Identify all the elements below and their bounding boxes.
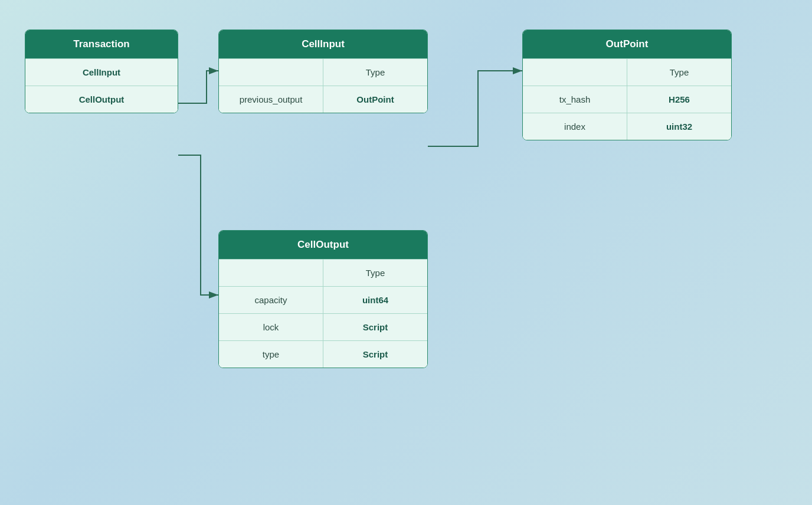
outpoint-rows: Type tx_hash H256 index uint32 (523, 58, 731, 140)
celloutput-row-type-field: type Script (219, 340, 427, 368)
cellinput-entity: CellInput Type previous_output OutPoint (218, 29, 428, 113)
celloutput-rows: Type capacity uint64 lock Script type Sc… (219, 259, 427, 368)
transaction-rows: CellInput CellOutput (25, 58, 178, 113)
outpoint-txhash-type: H256 (627, 86, 731, 113)
cellinput-prevout-type: OutPoint (323, 86, 427, 113)
celloutput-capacity-name: capacity (219, 287, 323, 313)
celloutput-type-value: Type (323, 260, 427, 286)
transaction-entity: Transaction CellInput CellOutput (25, 29, 178, 113)
cellinput-type-name (219, 59, 323, 86)
transaction-celloutput-label: CellOutput (25, 86, 178, 113)
celloutput-header: CellOutput (219, 231, 427, 259)
transaction-row-cellinput: CellInput (25, 58, 178, 86)
cellinput-row-type: Type (219, 58, 427, 86)
celloutput-type-name (219, 260, 323, 286)
cellinput-prevout-name: previous_output (219, 86, 323, 113)
outpoint-row-type: Type (523, 58, 731, 86)
outpoint-entity: OutPoint Type tx_hash H256 index uint32 (522, 29, 732, 140)
outpoint-row-txhash: tx_hash H256 (523, 86, 731, 113)
celloutput-lock-type: Script (323, 314, 427, 340)
diagram-container: Transaction CellInput CellOutput CellInp… (0, 0, 812, 505)
outpoint-title: OutPoint (606, 38, 649, 50)
outpoint-header: OutPoint (523, 30, 731, 58)
transaction-row-celloutput: CellOutput (25, 86, 178, 113)
celloutput-row-type: Type (219, 259, 427, 286)
outpoint-row-index: index uint32 (523, 113, 731, 140)
celloutput-capacity-type: uint64 (323, 287, 427, 313)
celloutput-typefield-type: Script (323, 341, 427, 368)
celloutput-title: CellOutput (297, 239, 349, 250)
celloutput-row-lock: lock Script (219, 313, 427, 340)
outpoint-type-name (523, 59, 627, 86)
cellinput-type-value: Type (323, 59, 427, 86)
celloutput-lock-name: lock (219, 314, 323, 340)
celloutput-row-capacity: capacity uint64 (219, 286, 427, 313)
outpoint-index-type: uint32 (627, 113, 731, 140)
transaction-cellinput-label: CellInput (25, 59, 178, 86)
cellinput-header: CellInput (219, 30, 427, 58)
celloutput-typefield-name: type (219, 341, 323, 368)
transaction-header: Transaction (25, 30, 178, 58)
cellinput-title: CellInput (302, 38, 345, 50)
outpoint-txhash-name: tx_hash (523, 86, 627, 113)
cellinput-rows: Type previous_output OutPoint (219, 58, 427, 113)
cellinput-row-prevout: previous_output OutPoint (219, 86, 427, 113)
celloutput-entity: CellOutput Type capacity uint64 lock Scr… (218, 230, 428, 368)
outpoint-index-name: index (523, 113, 627, 140)
transaction-title: Transaction (73, 38, 129, 50)
outpoint-type-value: Type (627, 59, 731, 86)
